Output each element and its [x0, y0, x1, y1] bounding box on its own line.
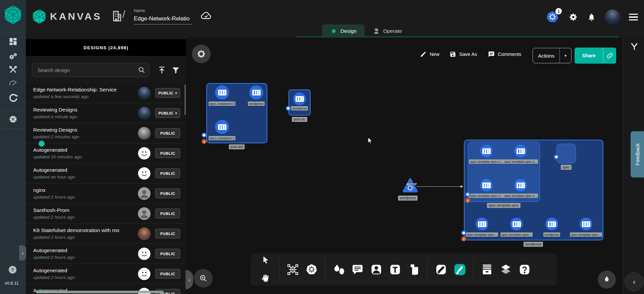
- kubernetes-tool-icon[interactable]: [305, 263, 319, 277]
- horizontal-scrollbar[interactable]: [36, 291, 164, 293]
- ink-drop-button[interactable]: [598, 271, 616, 289]
- tab-design[interactable]: Design: [322, 24, 365, 38]
- design-list-item[interactable]: Santhosh-Promupdated 2 hours agoPUBLIC: [26, 204, 186, 224]
- visibility-badge[interactable]: PUBLIC▾: [155, 88, 180, 98]
- comments-button[interactable]: Comments: [488, 51, 521, 58]
- visibility-badge[interactable]: PUBLIC: [155, 229, 180, 238]
- notifications-bell-icon[interactable]: [587, 13, 596, 22]
- owner-avatar: [138, 87, 151, 99]
- service-node[interactable]: [402, 177, 418, 196]
- layers-tool-icon[interactable]: [499, 263, 513, 277]
- visibility-badge[interactable]: PUBLIC: [155, 168, 180, 178]
- design-list-item[interactable]: K8 Statefulset demonstration with moupda…: [26, 224, 186, 244]
- copy-link-icon[interactable]: [603, 48, 616, 64]
- kubernetes-context-button[interactable]: 1: [545, 10, 559, 24]
- container-node[interactable]: spec.template.spec...: [464, 218, 500, 237]
- pod-kind-badge: [554, 154, 559, 159]
- sidebar-item-configuration[interactable]: [0, 63, 26, 76]
- design-list-item[interactable]: Edge-Network-Relationship: Serviceupdate…: [26, 83, 186, 103]
- deployment-label: wordpress: [524, 242, 543, 247]
- design-list-item[interactable]: Reviewing Designsupdated 2 minutes agoPU…: [26, 123, 186, 143]
- widgets-flower-button[interactable]: [192, 45, 211, 63]
- container-node[interactable]: spec.template.spec...: [568, 218, 604, 237]
- visibility-badge[interactable]: PUBLIC: [155, 148, 180, 158]
- settings-gear-icon[interactable]: [568, 12, 578, 22]
- visibility-badge[interactable]: PUBLIC▾: [155, 108, 180, 118]
- zoom-search-button[interactable]: [194, 269, 213, 288]
- visibility-label: PUBLIC: [160, 232, 175, 236]
- select-cursor-tool-icon[interactable]: [259, 253, 273, 268]
- error-count-badge[interactable]: 3: [461, 236, 466, 241]
- help-button[interactable]: ?: [9, 266, 16, 274]
- vertical-scrollbar[interactable]: [184, 84, 186, 115]
- image-tool-icon[interactable]: [369, 263, 383, 277]
- design-list-item[interactable]: nginxupdated 2 hours agoPUBLIC: [26, 183, 186, 204]
- container-node[interactable]: wordpress: [533, 218, 570, 237]
- relationship-tool-icon[interactable]: [286, 263, 300, 277]
- design-list-item[interactable]: Autogeneratedupdated 2 hours agoPUBLIC: [26, 244, 186, 264]
- pen-tool-icon[interactable]: [434, 263, 448, 277]
- design-name: Autogenerated: [33, 147, 124, 153]
- design-name-input[interactable]: [134, 15, 192, 24]
- sidebar-item-lifecycle[interactable]: [0, 50, 26, 63]
- visibility-label: PUBLIC: [160, 171, 175, 175]
- collapse-right-button[interactable]: ‹: [625, 272, 644, 291]
- design-list-item[interactable]: Autogeneratedupdated an hour agoPUBLIC: [26, 163, 186, 183]
- chevron-down-icon[interactable]: ▾: [560, 48, 571, 63]
- sidebar-item-kanvas[interactable]: [0, 113, 26, 126]
- app-version: v0.8.11: [5, 281, 19, 286]
- meshery-logo[interactable]: [3, 5, 22, 25]
- design-search-input[interactable]: [38, 67, 138, 73]
- container-node[interactable]: wordpress: [238, 85, 275, 106]
- organization-icon[interactable]: [110, 9, 123, 23]
- container-node[interactable]: spec.template.spec.s...: [468, 145, 505, 164]
- hamburger-menu-icon[interactable]: [629, 14, 638, 20]
- design-list-item[interactable]: Reviewing Designsupdated a minute agoPUB…: [26, 103, 186, 123]
- kanvas-brand[interactable]: KANVAS: [32, 9, 102, 24]
- note-tool-icon[interactable]: [407, 263, 421, 277]
- actions-split-button[interactable]: Actions ▾: [533, 48, 572, 63]
- share-split-button[interactable]: Share: [575, 48, 616, 64]
- help-tool-icon[interactable]: [518, 263, 532, 277]
- container-node[interactable]: spec.template.spec.s...: [468, 179, 505, 198]
- container-node[interactable]: spec.template.spec.s...: [502, 145, 539, 164]
- sidebar-item-dashboard[interactable]: [0, 35, 26, 48]
- new-design-button[interactable]: New: [420, 51, 439, 58]
- tab-operate[interactable]: Operate: [365, 24, 410, 38]
- user-avatar[interactable]: [605, 9, 620, 25]
- design-list-item[interactable]: Autogeneratedupdated 2 hours agoPUBLIC: [26, 264, 186, 284]
- visibility-badge[interactable]: PUBLIC: [155, 209, 180, 218]
- visibility-badge[interactable]: PUBLIC: [155, 269, 180, 279]
- container-node[interactable]: spec.template.spec...: [498, 218, 535, 237]
- error-count-badge[interactable]: 2: [202, 139, 207, 144]
- design-updated-timestamp: updated a few seconds ago: [33, 94, 138, 99]
- error-count-badge[interactable]: 3: [465, 198, 470, 203]
- sketch-tool-icon[interactable]: [453, 263, 467, 277]
- sidebar-item-extensions[interactable]: [0, 91, 26, 105]
- dock-cursor-tools: [256, 253, 275, 286]
- visibility-badge[interactable]: PUBLIC: [155, 189, 180, 198]
- sidebar-item-performance[interactable]: [0, 77, 26, 90]
- network-edge[interactable]: [417, 186, 463, 187]
- filter-funnel-icon[interactable]: [171, 66, 180, 75]
- pod-kind-badge: [465, 192, 470, 197]
- spec-node[interactable]: [556, 144, 576, 163]
- visibility-badge[interactable]: PUBLIC: [155, 128, 180, 138]
- container-node[interactable]: spec.template.spec.s...: [502, 179, 539, 198]
- design-list-item[interactable]: Autogeneratedupdated 10 minutes agoPUBLI…: [26, 143, 186, 163]
- visibility-badge[interactable]: PUBLIC: [155, 249, 180, 259]
- flows-icon[interactable]: [630, 42, 638, 51]
- panel-expander-handle[interactable]: ›: [19, 245, 26, 261]
- container-label: spec.template.spec...: [570, 232, 602, 237]
- drawer-tool-icon[interactable]: [480, 263, 494, 277]
- comment-tool-icon[interactable]: [351, 263, 365, 277]
- save-as-button[interactable]: Save As: [449, 51, 477, 58]
- panel-collapse-handle[interactable]: ‹: [185, 270, 193, 289]
- feedback-tab[interactable]: Feedback: [631, 131, 644, 177]
- text-tool-icon[interactable]: [388, 263, 402, 277]
- container-node[interactable]: spec.containers.0: [204, 85, 240, 106]
- shapes-tool-icon[interactable]: [332, 263, 346, 277]
- container-node[interactable]: spec.containers.1: [204, 120, 240, 140]
- import-design-icon[interactable]: [157, 66, 166, 75]
- pan-hand-tool-icon[interactable]: [259, 272, 273, 286]
